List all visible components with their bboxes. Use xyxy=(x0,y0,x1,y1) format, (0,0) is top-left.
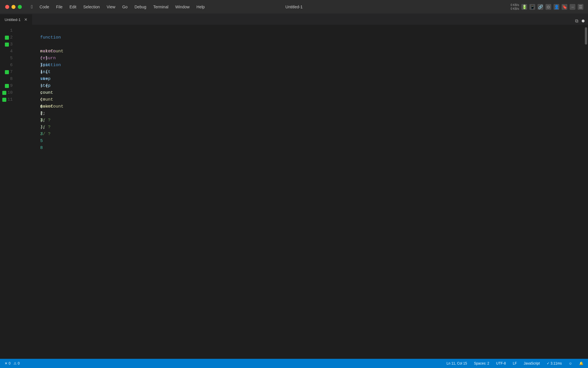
line-number-4: 4 xyxy=(0,48,17,55)
line-number-9: 9 xyxy=(0,83,17,89)
close-button[interactable] xyxy=(5,5,9,9)
menu-bar:  Code File Edit Selection View Go Debug… xyxy=(28,0,208,14)
traffic-lights xyxy=(0,5,22,9)
phone-icon: 📱 xyxy=(529,4,535,10)
line-number-10: 10 xyxy=(0,89,17,96)
more-icon[interactable]: ··· xyxy=(570,4,575,10)
status-left: ✕ 0 ⚠ 0 xyxy=(3,359,21,368)
menu-go[interactable]: Go xyxy=(119,0,131,14)
code-line-1: function makeCount ( init ) { xyxy=(20,27,584,34)
status-right: Ln 11, Col 15 Spaces: 2 UTF-8 LF JavaScr… xyxy=(445,359,585,368)
line-ending-indicator[interactable]: LF xyxy=(512,359,518,368)
tab-actions: ⧉ xyxy=(574,17,588,25)
breakpoint-9[interactable] xyxy=(5,84,9,88)
code-line-9: count ( 1 ); // ? 3 xyxy=(20,83,584,89)
timing-indicator: ✓ 3.11ms xyxy=(546,359,563,368)
error-count: 0 xyxy=(9,361,11,365)
editor-container: Untitled-1 ✕ ⧉ 1 2 3 xyxy=(0,14,588,359)
line-number-6: 6 xyxy=(0,62,17,69)
line-number-1: 1 xyxy=(0,27,17,34)
editor-area[interactable]: 1 2 3 4 5 6 xyxy=(0,25,588,359)
menu-window[interactable]: Window xyxy=(172,0,193,14)
ln3: 3 xyxy=(10,41,13,48)
notifications-icon[interactable]: 🔔 xyxy=(578,359,585,368)
ln5: 5 xyxy=(10,55,13,62)
tab-label: Untitled-1 xyxy=(5,18,21,22)
ln2: 2 xyxy=(10,34,13,41)
smiley-icon: ☺ xyxy=(569,361,572,365)
code-line-4: } xyxy=(20,48,584,55)
net-up: 0 KB/s xyxy=(511,3,519,7)
menu-edit[interactable]: Edit xyxy=(66,0,80,14)
user-icon: 👤 xyxy=(554,4,559,10)
menu-view[interactable]: View xyxy=(103,0,119,14)
menu-terminal[interactable]: Terminal xyxy=(150,0,172,14)
scrollbar-thumb[interactable] xyxy=(585,27,587,45)
code-line-10: count ( 2 ); // ? 5 xyxy=(20,89,584,96)
scrollbar-track[interactable] xyxy=(584,25,588,359)
breakpoint-10[interactable] xyxy=(2,91,6,95)
spaces-indicator[interactable]: Spaces: 2 xyxy=(473,359,490,368)
timing-text: ✓ 3.11ms xyxy=(547,361,562,365)
menu-file[interactable]: File xyxy=(53,0,66,14)
window-title: Untitled-1 xyxy=(285,5,303,9)
code-line-6 xyxy=(20,62,584,69)
menu-selection[interactable]: Selection xyxy=(80,0,103,14)
breakpoint-11[interactable] xyxy=(2,98,6,102)
ln4: 4 xyxy=(10,48,13,55)
line-number-7: 7 xyxy=(0,69,17,76)
titlebar-right: 0 KB/s 0 KB/s 🔋 📱 🔗 ⊙ 👤 🔖 ··· ☰ xyxy=(511,3,588,11)
language-text: JavaScript xyxy=(524,361,540,365)
tab-close-icon[interactable]: ✕ xyxy=(24,17,28,22)
feedback-icon[interactable]: ☺ xyxy=(568,359,573,368)
editor-tab[interactable]: Untitled-1 ✕ xyxy=(0,14,32,25)
minimize-button[interactable] xyxy=(11,5,16,9)
ln11: 11 xyxy=(7,96,13,103)
status-bar: ✕ 0 ⚠ 0 Ln 11, Col 15 Spaces: 2 UTF-8 LF… xyxy=(0,359,588,368)
link-icon: 🔗 xyxy=(537,4,543,10)
kw-function-1: function xyxy=(40,35,61,40)
line-numbers: 1 2 3 4 5 6 xyxy=(0,25,17,359)
code-line-3: return init += step ; xyxy=(20,41,584,48)
code-line-8 xyxy=(20,76,584,83)
code-line-7: var count = makeCount ( 2 ); xyxy=(20,69,584,76)
line-number-11: 11 xyxy=(0,96,17,103)
menu-help[interactable]: Help xyxy=(193,0,208,14)
breakpoint-3[interactable] xyxy=(5,43,9,47)
ln7: 7 xyxy=(10,69,13,76)
bell-icon: 🔔 xyxy=(579,361,583,365)
tab-bar: Untitled-1 ✕ ⧉ xyxy=(0,14,588,25)
line-col-indicator[interactable]: Ln 11, Col 15 xyxy=(445,359,468,368)
code-line-2: return function ( step ) { xyxy=(20,34,584,41)
line-col-text: Ln 11, Col 15 xyxy=(446,361,467,365)
split-editor-icon[interactable]: ⧉ xyxy=(574,17,579,25)
line-number-2: 2 xyxy=(0,34,17,41)
bookmark-icon: 🔖 xyxy=(562,4,567,10)
line-number-5: 5 xyxy=(0,55,17,62)
line-number-8: 8 xyxy=(0,76,17,83)
menu-code[interactable]: Code xyxy=(36,0,53,14)
maximize-button[interactable] xyxy=(18,5,22,9)
line-ending-text: LF xyxy=(513,361,517,365)
ln8: 8 xyxy=(10,76,13,83)
menu-debug[interactable]: Debug xyxy=(131,0,150,14)
breakpoint-7[interactable] xyxy=(5,70,9,74)
titlebar:  Code File Edit Selection View Go Debug… xyxy=(0,0,588,14)
network-stats: 0 KB/s 0 KB/s xyxy=(511,3,519,11)
ln10: 10 xyxy=(7,89,13,96)
code-editor[interactable]: function makeCount ( init ) { return fun… xyxy=(17,25,584,359)
list-icon[interactable]: ☰ xyxy=(578,4,583,10)
encoding-indicator[interactable]: UTF-8 xyxy=(495,359,507,368)
battery-icon: 🔋 xyxy=(521,4,527,10)
net-down: 0 KB/s xyxy=(511,7,519,11)
language-indicator[interactable]: JavaScript xyxy=(523,359,541,368)
menu-apple[interactable]:  xyxy=(28,0,36,14)
ln9: 9 xyxy=(10,83,13,89)
editor-dot-icon xyxy=(582,20,585,22)
error-icon: ✕ xyxy=(5,361,7,365)
breakpoint-2[interactable] xyxy=(5,36,9,40)
spaces-text: Spaces: 2 xyxy=(474,361,489,365)
errors-indicator[interactable]: ✕ 0 ⚠ 0 xyxy=(3,359,21,368)
ln6: 6 xyxy=(10,62,13,69)
code-line-11: count ( 3 ); // ? 8 xyxy=(20,96,584,103)
